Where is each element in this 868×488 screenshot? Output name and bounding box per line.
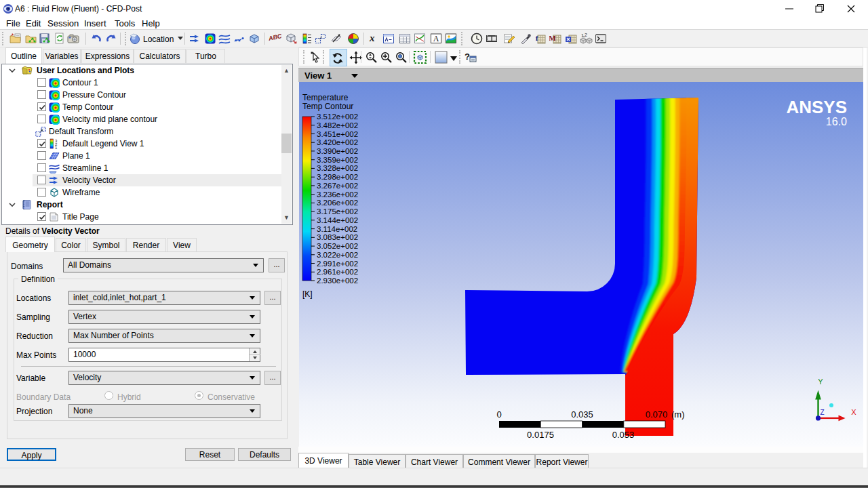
svg-text:1: 1 xyxy=(581,33,584,38)
svg-text:3.206e+002: 3.206e+002 xyxy=(317,199,358,207)
svg-text:3.144e+002: 3.144e+002 xyxy=(317,216,358,224)
svg-text:2.961e+002: 2.961e+002 xyxy=(317,268,358,276)
svg-text:2.930e+002: 2.930e+002 xyxy=(317,277,358,285)
svg-text:3.451e+002: 3.451e+002 xyxy=(317,130,358,138)
svg-text:3.512e+002: 3.512e+002 xyxy=(317,113,358,121)
svg-text:Temperature: Temperature xyxy=(302,93,349,102)
svg-text:X: X xyxy=(851,408,856,416)
svg-text:0.035: 0.035 xyxy=(571,409,593,420)
svg-text:3.175e+002: 3.175e+002 xyxy=(317,207,358,216)
svg-text:M: M xyxy=(549,34,556,42)
svg-text:1: 1 xyxy=(55,146,58,150)
svg-text:ANSYS: ANSYS xyxy=(786,97,847,117)
svg-text:Y: Y xyxy=(818,378,823,386)
svg-text:3.052e+002: 3.052e+002 xyxy=(317,242,358,250)
svg-text:Z: Z xyxy=(820,409,824,416)
svg-text:0.070: 0.070 xyxy=(646,409,668,420)
svg-text:3.236e+002: 3.236e+002 xyxy=(317,190,358,199)
svg-text:A: A xyxy=(433,34,439,43)
svg-text:3.390e+002: 3.390e+002 xyxy=(317,147,358,155)
svg-text:3.083e+002: 3.083e+002 xyxy=(317,233,358,241)
svg-text:16.0: 16.0 xyxy=(826,116,847,127)
svg-text:f: f xyxy=(536,34,538,42)
svg-text:3.114e+002: 3.114e+002 xyxy=(317,225,357,233)
svg-text:2: 2 xyxy=(585,33,587,37)
svg-text:3.022e+002: 3.022e+002 xyxy=(317,251,358,259)
svg-text:[K]: [K] xyxy=(302,289,313,299)
svg-text:3.420e+002: 3.420e+002 xyxy=(317,138,358,146)
svg-text:0: 0 xyxy=(496,409,501,420)
svg-text:?: ? xyxy=(465,52,470,62)
svg-text:3.482e+002: 3.482e+002 xyxy=(317,121,358,129)
svg-text:(m): (m) xyxy=(671,409,685,420)
svg-text:3.328e+002: 3.328e+002 xyxy=(317,164,358,172)
svg-text:0.053: 0.053 xyxy=(612,430,635,440)
svg-text:0.0175: 0.0175 xyxy=(527,430,554,440)
svg-text:3.267e+002: 3.267e+002 xyxy=(317,182,358,190)
svg-text:3.359e+002: 3.359e+002 xyxy=(317,156,358,164)
svg-text:3.298e+002: 3.298e+002 xyxy=(317,173,358,181)
svg-text:Temp Contour: Temp Contour xyxy=(302,102,353,111)
svg-text:2.991e+002: 2.991e+002 xyxy=(317,260,358,268)
